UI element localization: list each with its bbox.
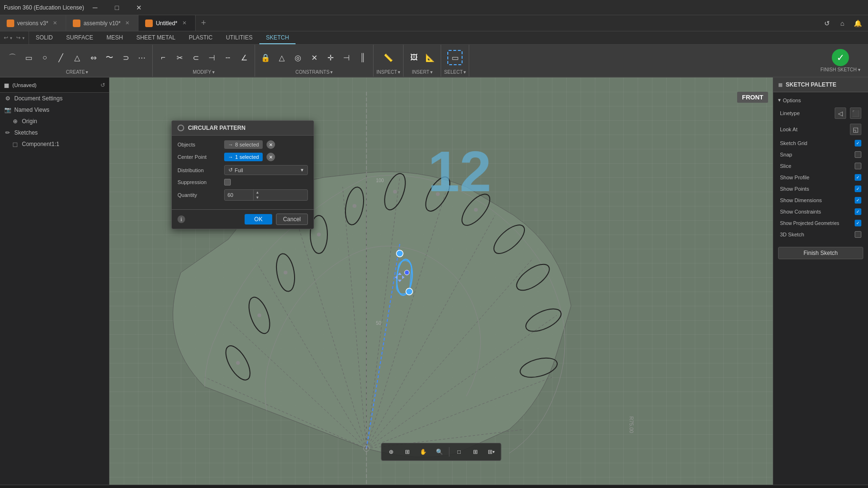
quantity-decrement-button[interactable]: ▼	[254, 195, 261, 200]
select-dropdown-icon[interactable]: ▾	[464, 69, 466, 75]
tool-x-constraint[interactable]: ✕	[306, 50, 322, 65]
tab-untitled[interactable]: Untitled* ✕	[138, 15, 195, 31]
toolbar-tab-surface[interactable]: SURFACE	[59, 31, 100, 44]
center-point-clear-button[interactable]: ✕	[266, 153, 275, 161]
show-profile-checkbox[interactable]	[855, 174, 861, 181]
viewport-grid-options[interactable]: ⊞▾	[484, 444, 499, 459]
linetype-icon-btn1[interactable]: ◁	[835, 107, 846, 119]
tool-trim[interactable]: ✂	[172, 50, 187, 65]
tab-assembly-close[interactable]: ✕	[123, 19, 131, 27]
tab-versions-close[interactable]: ✕	[51, 19, 59, 27]
tool-lock[interactable]: 🔒	[258, 50, 273, 65]
dialog-info-button[interactable]: ℹ	[178, 215, 185, 223]
maximize-button[interactable]: □	[106, 0, 128, 15]
select-label[interactable]: SELECT ▾	[444, 69, 466, 75]
close-button[interactable]: ✕	[128, 0, 150, 15]
viewport-display-button[interactable]: □	[452, 444, 467, 459]
undo-button[interactable]: ↩	[4, 35, 8, 41]
tool-polygon[interactable]: △	[69, 50, 85, 65]
toolbar-tab-plastic[interactable]: PLASTIC	[182, 31, 219, 44]
inspect-label[interactable]: INSPECT ▾	[376, 69, 400, 75]
tool-measure[interactable]: 📏	[381, 50, 396, 65]
toolbar-tab-sketch[interactable]: SKETCH	[259, 31, 296, 44]
3d-sketch-checkbox[interactable]	[855, 231, 861, 238]
minimize-button[interactable]: ─	[84, 0, 106, 15]
cancel-button[interactable]: Cancel	[276, 214, 308, 225]
modify-label[interactable]: MODIFY ▾	[193, 69, 215, 75]
tab-versions[interactable]: versions v3* ✕	[0, 15, 66, 31]
tool-break[interactable]: ╌	[220, 50, 236, 65]
sidebar-refresh-icon[interactable]: ↺	[100, 82, 105, 88]
tool-pattern[interactable]: ⋯	[134, 50, 149, 65]
tool-parallel[interactable]: ║	[355, 50, 370, 65]
slice-checkbox[interactable]	[855, 163, 861, 169]
tool-fillet[interactable]: ⌐	[156, 50, 171, 65]
suppression-checkbox[interactable]	[224, 179, 231, 185]
tool-spline[interactable]: 〜	[102, 50, 117, 65]
tab-assembly[interactable]: assembly v10* ✕	[66, 15, 138, 31]
toolbar-tab-mesh[interactable]: MESH	[100, 31, 130, 44]
constraints-label[interactable]: CONSTRAINTS ▾	[296, 69, 333, 75]
redo-dropdown[interactable]: ▾	[22, 36, 25, 40]
constraints-dropdown-icon[interactable]: ▾	[330, 69, 333, 75]
toolbar-tab-solid[interactable]: SOLID	[29, 31, 59, 44]
insert-dropdown-icon[interactable]: ▾	[430, 69, 433, 75]
tool-mirror[interactable]: ⇔	[86, 50, 101, 65]
tool-offset[interactable]: ⊃	[118, 50, 133, 65]
tool-arc[interactable]: ⌒	[5, 50, 20, 65]
snap-checkbox[interactable]	[855, 151, 861, 158]
tool-c[interactable]: ⊂	[188, 50, 203, 65]
tool-h-constraint[interactable]: ⊣	[339, 50, 354, 65]
linetype-icon-btn2[interactable]: ⬛	[850, 107, 861, 119]
show-constraints-checkbox[interactable]	[855, 208, 861, 215]
insert-label[interactable]: INSERT ▾	[412, 69, 433, 75]
tool-circle[interactable]: ○	[37, 50, 52, 65]
tool-chamfer[interactable]: ∠	[237, 50, 252, 65]
redo-button[interactable]: ↪	[16, 35, 20, 41]
tool-rect[interactable]: ▭	[21, 50, 36, 65]
sidebar-item-named-views[interactable]: 📷 Named Views	[0, 104, 109, 116]
sidebar-item-component1[interactable]: ◻ Component1:1	[0, 138, 109, 150]
palette-options-header[interactable]: ▾ Options	[778, 95, 863, 105]
finish-sketch-button[interactable]: ✓ FINISH SKETCH ▾	[815, 45, 866, 77]
viewport-snap-button[interactable]: ⊕	[384, 444, 399, 459]
modify-dropdown-icon[interactable]: ▾	[212, 69, 215, 75]
quantity-input-field[interactable]	[225, 191, 253, 199]
tool-triangle-constraint[interactable]: △	[274, 50, 289, 65]
show-projected-checkbox[interactable]	[855, 220, 861, 226]
look-at-button[interactable]: ◱	[850, 124, 861, 135]
show-points-checkbox[interactable]	[855, 185, 861, 192]
sidebar-item-sketches[interactable]: ✏ Sketches	[0, 127, 109, 138]
viewport-pan-button[interactable]: ✋	[416, 444, 431, 459]
sidebar-item-document-settings[interactable]: ⚙ Document Settings	[0, 93, 109, 104]
viewport-grid-toggle[interactable]: ⊞	[468, 444, 483, 459]
home-button[interactable]: ⌂	[836, 17, 849, 30]
viewport-zoom-button[interactable]: 🔍	[432, 444, 447, 459]
tool-circle-constraint[interactable]: ◎	[290, 50, 306, 65]
toolbar-tab-utilities[interactable]: UTILITIES	[219, 31, 259, 44]
tool-insert-image[interactable]: 🖼	[406, 50, 422, 65]
objects-selection-badge[interactable]: → 8 selected	[224, 140, 263, 149]
sidebar-item-origin[interactable]: ⊕ Origin	[0, 116, 109, 127]
tab-untitled-close[interactable]: ✕	[180, 19, 188, 27]
show-dimensions-checkbox[interactable]	[855, 197, 861, 204]
inspect-dropdown-icon[interactable]: ▾	[398, 69, 400, 75]
viewport[interactable]: .fan-fill { fill: #7a8c7a; stroke: #555;…	[109, 78, 773, 485]
objects-clear-button[interactable]: ✕	[266, 140, 275, 149]
create-label[interactable]: CREATE ▾	[66, 69, 89, 75]
center-point-selection-badge[interactable]: → 1 selected	[224, 153, 263, 161]
toolbar-tab-sheetmetal[interactable]: SHEET METAL	[129, 31, 182, 44]
quantity-increment-button[interactable]: ▲	[254, 190, 261, 195]
tool-select-window[interactable]: ▭	[447, 50, 463, 65]
viewport-grid-button[interactable]: ⊞	[400, 444, 415, 459]
ok-button[interactable]: OK	[245, 214, 272, 224]
tab-add-button[interactable]: +	[196, 15, 212, 31]
tool-extend[interactable]: ⊣	[204, 50, 219, 65]
sketch-grid-checkbox[interactable]	[855, 140, 861, 146]
distribution-dropdown[interactable]: ↺ Full ▾	[224, 165, 308, 175]
undo-dropdown[interactable]: ▾	[10, 36, 12, 40]
tool-insert-dxf[interactable]: 📐	[423, 50, 438, 65]
sync-button[interactable]: ↺	[820, 17, 834, 30]
create-dropdown-icon[interactable]: ▾	[86, 69, 88, 75]
finish-sketch-palette-button[interactable]: Finish Sketch	[778, 247, 863, 259]
